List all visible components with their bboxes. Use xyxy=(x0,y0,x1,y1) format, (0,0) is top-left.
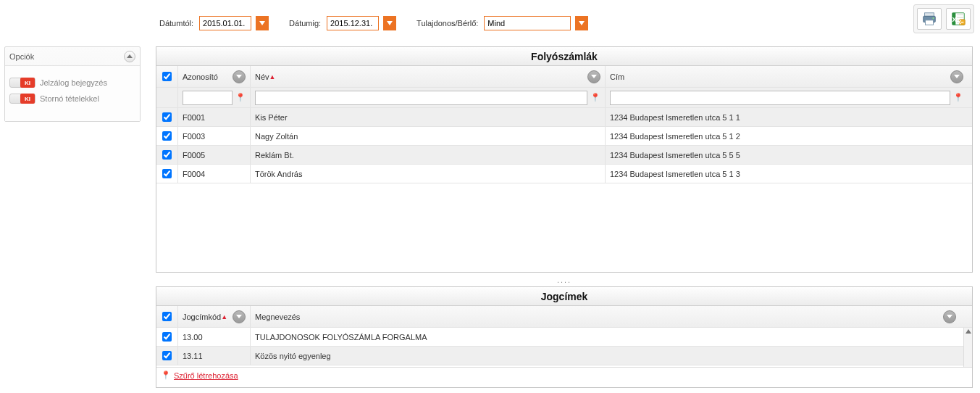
option-storno-toggle[interactable]: KI xyxy=(9,94,35,104)
titles-grid: Jogcímek Jogcímkód ▲ Megnevezés 13.00 TU… xyxy=(156,286,973,388)
svg-rect-0 xyxy=(925,13,934,17)
accounts-col-name-label: Név xyxy=(255,73,269,81)
titles-header-checkbox-cell xyxy=(156,306,178,327)
accounts-col-id[interactable]: Azonosító xyxy=(178,66,251,87)
cell-address: 1234 Budapest Ismeretlen utca 5 5 5 xyxy=(606,146,968,164)
accounts-col-address-label: Cím xyxy=(610,73,624,81)
sort-asc-icon: ▲ xyxy=(269,73,276,80)
filter-icon[interactable]: 📍 xyxy=(590,93,600,102)
table-row[interactable]: F0005 Reklám Bt. 1234 Budapest Ismeretle… xyxy=(156,146,972,165)
options-panel: Opciók KI Jelzálog bejegyzés KI Stornó t… xyxy=(4,46,141,122)
titles-title: Jogcímek xyxy=(156,287,972,306)
titles-header-row: Jogcímkód ▲ Megnevezés xyxy=(156,306,972,328)
create-filter-link[interactable]: Szűrő létrehozása xyxy=(174,371,238,380)
accounts-header-row: Azonosító Név ▲ Cím xyxy=(156,66,972,88)
grid-splitter[interactable]: .... xyxy=(156,276,973,284)
date-from-label: Dátumtól: xyxy=(159,19,193,28)
option-storno[interactable]: KI Stornó tételekkel xyxy=(9,94,135,104)
filter-icon[interactable]: 📍 xyxy=(235,93,246,102)
accounts-select-all-checkbox[interactable] xyxy=(162,72,172,81)
titles-col-name-sort-icon[interactable] xyxy=(943,310,956,323)
table-row[interactable]: F0001 Kis Péter 1234 Budapest Ismeretlen… xyxy=(156,108,972,127)
accounts-col-id-sort-icon[interactable] xyxy=(233,70,246,83)
cell-id: F0003 xyxy=(178,127,251,145)
titles-footer: 📍 Szűrő létrehozása xyxy=(156,367,972,383)
toggle-state: KI xyxy=(20,94,35,104)
titles-select-all-checkbox[interactable] xyxy=(162,312,172,321)
accounts-filter-id-input[interactable] xyxy=(183,91,233,105)
date-from-dropdown-button[interactable] xyxy=(256,16,269,30)
accounts-header-checkbox-cell xyxy=(156,66,178,87)
cell-name: Közös nyitó egyenleg xyxy=(251,347,960,365)
svg-rect-2 xyxy=(926,20,934,25)
accounts-col-name[interactable]: Név ▲ xyxy=(251,66,606,87)
accounts-filter-address-input[interactable] xyxy=(610,91,950,105)
cell-address: 1234 Budapest Ismeretlen utca 5 1 3 xyxy=(606,165,968,183)
cell-name: Nagy Zoltán xyxy=(251,127,606,145)
accounts-body[interactable]: F0001 Kis Péter 1234 Budapest Ismeretlen… xyxy=(156,108,972,273)
table-row[interactable]: F0004 Török András 1234 Budapest Ismeret… xyxy=(156,165,972,183)
accounts-col-name-sort-icon[interactable] xyxy=(587,70,600,83)
row-checkbox[interactable] xyxy=(162,150,172,160)
accounts-col-id-label: Azonosító xyxy=(183,73,218,81)
row-checkbox[interactable] xyxy=(162,332,172,342)
date-to-label: Dátumig: xyxy=(289,19,321,28)
row-checkbox[interactable] xyxy=(162,112,172,122)
row-checkbox[interactable] xyxy=(162,169,172,178)
row-checkbox[interactable] xyxy=(162,131,172,141)
cell-address: 1234 Budapest Ismeretlen utca 5 1 2 xyxy=(606,127,968,145)
accounts-title: Folyószámlák xyxy=(156,47,972,66)
titles-col-code-sort-icon[interactable] xyxy=(233,310,246,323)
svg-point-3 xyxy=(932,17,934,19)
titles-col-code-label: Jogcímkód xyxy=(183,313,221,321)
cell-id: F0004 xyxy=(178,165,251,183)
scroll-up-icon[interactable] xyxy=(965,328,972,335)
print-button[interactable] xyxy=(917,8,942,30)
toggle-state: KI xyxy=(20,78,35,88)
option-storno-label: Stornó tételekkel xyxy=(40,94,99,103)
option-jelzalog[interactable]: KI Jelzálog bejegyzés xyxy=(9,78,135,88)
option-jelzalog-label: Jelzálog bejegyzés xyxy=(40,78,107,87)
date-to-input[interactable] xyxy=(327,16,379,30)
accounts-col-address[interactable]: Cím xyxy=(606,66,968,87)
titles-body[interactable]: 13.00 TULAJDONOSOK FOLYÓSZÁMLA FORGALMA … xyxy=(156,328,972,367)
cell-id: F0001 xyxy=(178,108,251,126)
titles-col-code[interactable]: Jogcímkód ▲ xyxy=(178,306,251,327)
accounts-grid: Folyószámlák Azonosító Név ▲ Cím 📍 📍 📍 F… xyxy=(156,46,973,273)
svg-text:X: X xyxy=(952,16,957,23)
filter-icon: 📍 xyxy=(161,371,171,380)
date-to-dropdown-button[interactable] xyxy=(383,16,396,30)
accounts-filter-row: 📍 📍 📍 xyxy=(156,88,972,108)
accounts-filter-name-input[interactable] xyxy=(255,91,587,105)
table-row[interactable]: 13.00 TULAJDONOSOK FOLYÓSZÁMLA FORGALMA xyxy=(156,328,972,347)
action-bar: X xyxy=(913,4,974,33)
filter-icon[interactable]: 📍 xyxy=(953,93,963,102)
accounts-col-address-sort-icon[interactable] xyxy=(950,70,963,83)
titles-col-name[interactable]: Megnevezés xyxy=(251,306,960,327)
options-collapse-icon[interactable] xyxy=(124,51,135,62)
cell-name: TULAJDONOSOK FOLYÓSZÁMLA FORGALMA xyxy=(251,328,960,346)
cell-code: 13.00 xyxy=(178,328,251,346)
cell-name: Török András xyxy=(251,165,606,183)
owner-dropdown-button[interactable] xyxy=(575,16,588,30)
owner-label: Tulajdonos/Bérlő: xyxy=(416,19,478,28)
options-body: KI Jelzálog bejegyzés KI Stornó tételekk… xyxy=(5,66,140,121)
cell-code: 13.11 xyxy=(178,347,251,365)
excel-export-button[interactable]: X xyxy=(946,8,971,30)
cell-address: 1234 Budapest Ismeretlen utca 5 1 1 xyxy=(606,108,968,126)
table-row[interactable]: F0003 Nagy Zoltán 1234 Budapest Ismeretl… xyxy=(156,127,972,146)
cell-id: F0005 xyxy=(178,146,251,164)
date-from-input[interactable] xyxy=(199,16,251,30)
option-jelzalog-toggle[interactable]: KI xyxy=(9,78,35,88)
cell-name: Kis Péter xyxy=(251,108,606,126)
cell-name: Reklám Bt. xyxy=(251,146,606,164)
options-header[interactable]: Opciók xyxy=(5,47,140,66)
titles-col-name-label: Megnevezés xyxy=(255,313,300,321)
filter-bar: Dátumtól: Dátumig: Tulajdonos/Bérlő: xyxy=(159,16,588,30)
options-title: Opciók xyxy=(9,52,34,61)
row-checkbox[interactable] xyxy=(162,351,172,360)
table-row[interactable]: 13.11 Közös nyitó egyenleg xyxy=(156,347,972,365)
titles-scrollbar[interactable] xyxy=(963,328,972,367)
owner-select[interactable] xyxy=(484,16,571,30)
sort-asc-icon: ▲ xyxy=(221,313,227,320)
